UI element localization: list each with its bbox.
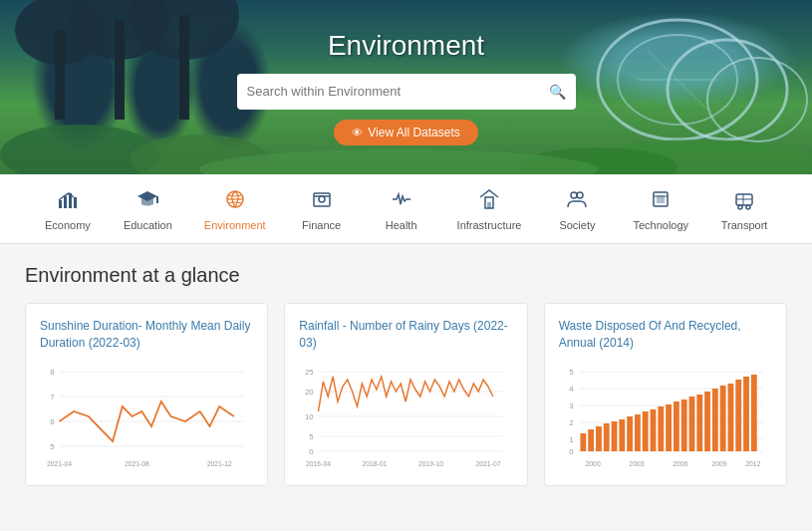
chart-rainfall: Rainfall - Number of Rainy Days (2022-03… xyxy=(284,303,527,486)
health-label: Health xyxy=(386,219,417,231)
chart-waste-area: 5 4 3 2 1 0 2000 2003 2006 2009 2012 xyxy=(559,362,772,471)
eye-icon: 👁 xyxy=(352,127,363,138)
svg-rect-98 xyxy=(704,392,710,451)
svg-rect-82 xyxy=(580,433,586,451)
svg-rect-83 xyxy=(588,429,594,451)
svg-text:6: 6 xyxy=(50,417,55,426)
svg-rect-93 xyxy=(666,404,672,451)
hero-title: Environment xyxy=(328,30,484,62)
sidebar-item-finance[interactable]: Finance xyxy=(282,184,362,235)
chart-sunshine-area: 8 7 6 5 2021-04 2021-08 2021-12 xyxy=(40,362,253,471)
finance-icon xyxy=(311,188,333,216)
svg-text:2009: 2009 xyxy=(711,460,726,467)
svg-text:2021-04: 2021-04 xyxy=(47,460,72,467)
view-all-label: View All Datasets xyxy=(368,126,460,139)
svg-rect-99 xyxy=(712,389,718,451)
svg-text:7: 7 xyxy=(50,393,54,401)
svg-rect-94 xyxy=(674,401,679,451)
svg-point-39 xyxy=(746,205,750,209)
sidebar-item-technology[interactable]: Technology xyxy=(617,184,704,235)
svg-text:0: 0 xyxy=(310,447,315,456)
search-input[interactable] xyxy=(247,84,549,99)
svg-rect-92 xyxy=(658,406,664,451)
sidebar-item-transport[interactable]: Transport xyxy=(704,184,784,235)
svg-rect-95 xyxy=(680,399,686,451)
economy-label: Economy xyxy=(45,219,91,231)
environment-icon xyxy=(224,188,246,216)
svg-text:0: 0 xyxy=(569,447,574,456)
svg-text:5: 5 xyxy=(569,368,574,377)
technology-label: Technology xyxy=(633,219,688,231)
svg-rect-89 xyxy=(635,414,641,451)
education-icon xyxy=(136,188,158,216)
education-label: Education xyxy=(124,219,172,231)
svg-rect-85 xyxy=(603,423,609,451)
infrastructure-label: Infrastructure xyxy=(457,219,522,231)
svg-rect-97 xyxy=(696,395,702,451)
svg-text:2006: 2006 xyxy=(673,460,687,467)
sidebar-item-education[interactable]: Education xyxy=(108,184,188,235)
view-all-datasets-button[interactable]: 👁 View All Datasets xyxy=(334,120,478,145)
technology-icon xyxy=(650,188,672,216)
svg-rect-20 xyxy=(74,197,77,208)
svg-text:2016-04: 2016-04 xyxy=(306,460,331,467)
chart-rainfall-title: Rainfall - Number of Rainy Days (2022-03… xyxy=(299,318,512,352)
svg-rect-88 xyxy=(627,416,633,451)
svg-text:5: 5 xyxy=(310,432,315,441)
svg-point-31 xyxy=(577,192,583,198)
svg-rect-90 xyxy=(642,411,648,451)
main-content: Environment at a glance Sunshine Duratio… xyxy=(0,244,812,506)
svg-rect-87 xyxy=(619,419,625,451)
svg-text:8: 8 xyxy=(50,368,55,377)
svg-rect-101 xyxy=(727,384,733,451)
svg-text:2000: 2000 xyxy=(585,460,600,467)
svg-text:1: 1 xyxy=(569,435,573,444)
sidebar-item-environment[interactable]: Environment xyxy=(188,184,282,235)
svg-rect-96 xyxy=(688,397,694,451)
svg-rect-104 xyxy=(751,375,757,451)
svg-text:2018-01: 2018-01 xyxy=(363,460,388,467)
svg-text:4: 4 xyxy=(569,385,574,394)
category-navigation: Economy Education Environment Finance He… xyxy=(0,174,812,244)
svg-text:5: 5 xyxy=(50,442,55,451)
svg-rect-100 xyxy=(719,386,725,451)
health-icon xyxy=(391,188,412,216)
svg-text:2021-07: 2021-07 xyxy=(476,460,501,467)
economy-icon xyxy=(57,188,79,216)
svg-rect-25 xyxy=(314,193,330,206)
svg-rect-91 xyxy=(650,409,656,451)
svg-text:2: 2 xyxy=(569,418,573,427)
charts-grid: Sunshine Duration- Monthly Mean Daily Du… xyxy=(25,303,787,486)
svg-text:2012: 2012 xyxy=(745,460,760,467)
society-label: Society xyxy=(559,219,595,231)
svg-text:3: 3 xyxy=(569,401,574,410)
society-icon xyxy=(566,188,588,216)
transport-label: Transport xyxy=(721,219,768,231)
chart-rainfall-area: 25 20 10 5 0 2016-04 2018-01 2019-10 202… xyxy=(299,362,512,471)
svg-rect-17 xyxy=(59,200,62,208)
svg-text:2003: 2003 xyxy=(629,460,644,467)
svg-text:25: 25 xyxy=(305,368,314,377)
chart-waste: Waste Disposed Of And Recycled, Annual (… xyxy=(544,303,787,486)
svg-text:2021-08: 2021-08 xyxy=(125,460,149,467)
sidebar-item-economy[interactable]: Economy xyxy=(28,184,108,235)
svg-text:2019-10: 2019-10 xyxy=(418,460,443,467)
svg-rect-29 xyxy=(487,202,491,208)
sidebar-item-health[interactable]: Health xyxy=(362,184,441,235)
hero-section: Environment 🔍 👁 View All Datasets xyxy=(0,0,812,174)
chart-sunshine-title: Sunshine Duration- Monthly Mean Daily Du… xyxy=(40,318,253,352)
svg-point-26 xyxy=(319,196,325,202)
svg-rect-84 xyxy=(596,426,602,451)
finance-label: Finance xyxy=(302,219,341,231)
sidebar-item-infrastructure[interactable]: Infrastructure xyxy=(441,184,538,235)
search-icon[interactable]: 🔍 xyxy=(549,84,566,100)
svg-rect-18 xyxy=(64,196,67,208)
sidebar-item-society[interactable]: Society xyxy=(537,184,617,235)
section-title: Environment at a glance xyxy=(25,264,787,287)
svg-text:10: 10 xyxy=(305,412,314,421)
chart-sunshine: Sunshine Duration- Monthly Mean Daily Du… xyxy=(25,303,268,486)
search-bar[interactable]: 🔍 xyxy=(237,74,576,110)
svg-rect-103 xyxy=(743,377,749,451)
svg-text:20: 20 xyxy=(305,388,314,397)
chart-waste-title: Waste Disposed Of And Recycled, Annual (… xyxy=(559,318,772,352)
